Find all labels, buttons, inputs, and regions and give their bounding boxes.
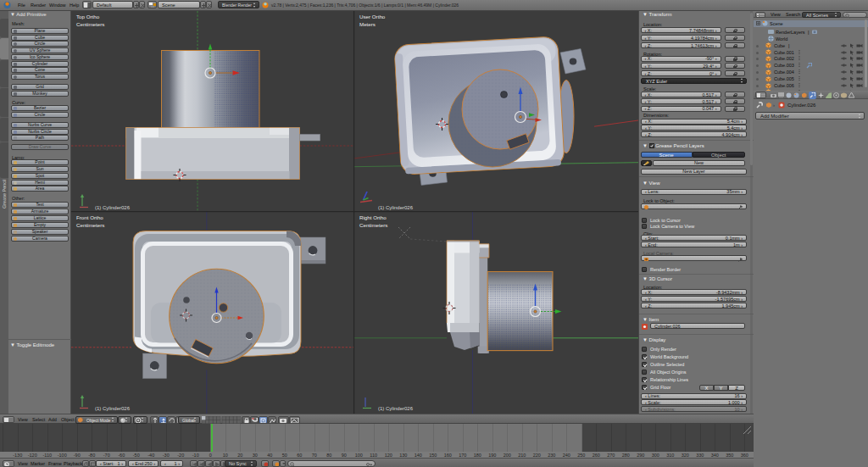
svg-text:(1) Cylinder026: (1) Cylinder026: [378, 406, 414, 411]
svg-text:(1) Cylinder026: (1) Cylinder026: [95, 406, 131, 411]
svg-text:(1) Cylinder026: (1) Cylinder026: [95, 205, 131, 210]
svg-text:Top Ortho: Top Ortho: [76, 14, 100, 19]
svg-text:Front Ortho: Front Ortho: [76, 214, 103, 220]
svg-text:Centimeters: Centimeters: [76, 222, 104, 228]
svg-text:(1) Cylinder026: (1) Cylinder026: [378, 205, 414, 210]
svg-text:Right Ortho: Right Ortho: [359, 214, 387, 220]
svg-text:Centimeters: Centimeters: [76, 21, 104, 27]
svg-text:Centimeters: Centimeters: [359, 222, 387, 228]
svg-text:User Ortho: User Ortho: [359, 14, 386, 19]
svg-text:Meters: Meters: [359, 21, 376, 27]
